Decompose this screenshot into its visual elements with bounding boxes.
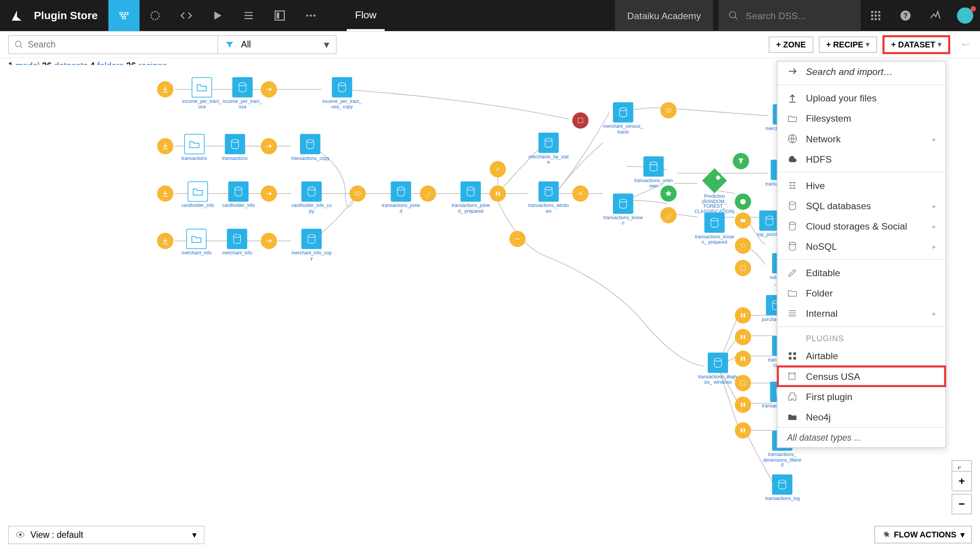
sql-dataset-icon[interactable] [613, 102, 633, 122]
folder-dataset-icon[interactable] [192, 77, 212, 98]
sql-dataset-icon[interactable] [613, 194, 633, 214]
sql-dataset-icon[interactable] [759, 210, 779, 231]
window-recipe-icon[interactable] [735, 397, 751, 413]
download-recipe-icon[interactable] [157, 81, 173, 97]
all-dataset-types-item[interactable]: All dataset types ... [777, 427, 946, 447]
cloud-storages-item[interactable]: Cloud storages & Social▸ [777, 216, 946, 236]
sql-dataset-icon[interactable] [704, 213, 725, 233]
hive-item[interactable]: Hive [777, 175, 946, 195]
prepare-recipe-icon[interactable] [420, 186, 436, 202]
folder-item[interactable]: Folder [777, 283, 946, 303]
sql-dataset-icon[interactable] [301, 181, 322, 202]
user-avatar[interactable] [950, 7, 980, 23]
apps-icon[interactable] [861, 10, 891, 22]
project-name[interactable]: Plugin Store [34, 10, 108, 22]
flow-nav-icon[interactable] [108, 0, 139, 31]
sql-dataset-icon[interactable] [227, 229, 247, 249]
join-recipe-icon[interactable] [350, 186, 366, 202]
sql-dataset-icon[interactable] [225, 134, 245, 154]
upload-files-item[interactable]: Upload your files [777, 88, 946, 108]
census-usa-plugin-item[interactable]: Census USA [777, 366, 946, 386]
join-recipe-icon[interactable] [660, 102, 676, 118]
group-recipe-icon[interactable] [735, 213, 751, 229]
sql-dataset-icon[interactable] [708, 353, 728, 373]
sync-recipe-icon[interactable] [261, 81, 277, 97]
train-recipe-icon[interactable] [735, 194, 751, 210]
download-recipe-icon[interactable] [157, 138, 173, 154]
score-recipe-icon[interactable] [660, 186, 676, 202]
pivot-recipe-icon[interactable] [735, 375, 751, 391]
more-nav-icon[interactable] [296, 0, 327, 31]
flow-actions-button[interactable]: FLOW ACTIONS ▾ [874, 526, 972, 544]
network-item[interactable]: Network▸ [777, 129, 946, 149]
dataiku-logo[interactable] [0, 9, 34, 22]
sql-dataset-icon[interactable] [228, 181, 248, 202]
flow-search-input[interactable] [8, 35, 218, 54]
activity-icon[interactable] [920, 10, 950, 22]
zoom-out-button[interactable]: − [952, 494, 972, 514]
add-recipe-button[interactable]: + RECIPE▾ [818, 36, 877, 52]
flow-tab[interactable]: Flow [347, 0, 384, 31]
model-icon[interactable]: ◆ [702, 168, 727, 193]
sync-recipe-icon[interactable] [261, 138, 277, 154]
jobs-nav-icon[interactable] [202, 0, 233, 31]
sql-dataset-icon[interactable] [773, 474, 793, 495]
window-recipe-icon[interactable] [735, 307, 751, 323]
download-recipe-icon[interactable] [157, 233, 173, 249]
sql-dataset-icon[interactable] [301, 229, 322, 249]
add-zone-button[interactable]: + ZONE [769, 36, 813, 52]
view-selector[interactable]: View : default ▾ [8, 526, 204, 544]
neo4j-plugin-item[interactable]: Neo4j [777, 407, 946, 427]
hdfs-item[interactable]: HDFS [777, 149, 946, 169]
sample-recipe-icon[interactable] [509, 231, 525, 247]
editable-item[interactable]: Editable [777, 262, 946, 283]
flow-filter-dropdown[interactable]: All ▾ [218, 35, 337, 54]
download-recipe-icon[interactable] [157, 186, 173, 202]
group-recipe-icon[interactable] [490, 161, 506, 177]
lab-nav-icon[interactable] [140, 0, 171, 31]
window-recipe-icon[interactable] [735, 350, 751, 366]
filesystem-item[interactable]: Filesystem [777, 108, 946, 129]
folder-dataset-icon[interactable] [184, 134, 204, 154]
svg-rect-60 [744, 428, 745, 433]
sql-dataset-icon[interactable] [538, 181, 559, 202]
sql-dataset-icon[interactable] [391, 181, 411, 202]
internal-item[interactable]: Internal▸ [777, 303, 946, 324]
prepare-recipe-icon[interactable] [660, 207, 676, 223]
collapse-panel-icon[interactable]: ← [960, 37, 972, 51]
sync-recipe-icon[interactable] [261, 186, 277, 202]
window-recipe-icon[interactable] [735, 329, 751, 345]
window-recipe-icon[interactable] [490, 186, 506, 202]
sql-dataset-icon[interactable] [300, 134, 320, 154]
help-icon[interactable]: ? [890, 10, 920, 22]
airtable-plugin-item[interactable]: Airtable [777, 346, 946, 366]
sql-dataset-icon[interactable] [332, 77, 352, 98]
code-nav-icon[interactable] [171, 0, 202, 31]
evaluate-recipe-icon[interactable] [733, 153, 749, 169]
svg-rect-8 [875, 11, 877, 13]
search-and-import-item[interactable]: Search and import… [777, 62, 946, 82]
academy-link[interactable]: Dataiku Academy [615, 0, 713, 31]
pivot-recipe-icon[interactable] [735, 260, 751, 276]
nosql-item[interactable]: NoSQL▸ [777, 236, 946, 256]
group-recipe-icon[interactable] [735, 238, 751, 254]
global-search[interactable]: Search DSS... [719, 0, 861, 31]
svg-point-20 [338, 83, 346, 86]
sync-recipe-icon[interactable] [261, 233, 277, 249]
folder-dataset-icon[interactable] [186, 229, 207, 249]
flow-search-field[interactable] [28, 39, 212, 50]
add-dataset-button[interactable]: + DATASET▾ [882, 35, 950, 54]
sql-dataset-icon[interactable] [232, 77, 253, 98]
version-nav-icon[interactable] [233, 0, 264, 31]
split-recipe-icon[interactable] [572, 186, 588, 202]
sql-dataset-icon[interactable] [461, 181, 481, 202]
dashboard-nav-icon[interactable] [264, 0, 295, 31]
zoom-in-button[interactable]: + [952, 471, 972, 491]
window-recipe-icon[interactable] [735, 422, 751, 438]
folder-dataset-icon[interactable] [188, 181, 208, 202]
first-plugin-item[interactable]: First plugin [777, 386, 946, 407]
sql-dataset-icon[interactable] [644, 156, 664, 177]
plugin-recipe-icon[interactable] [572, 112, 588, 129]
sql-dataset-icon[interactable] [538, 133, 559, 153]
sql-databases-item[interactable]: SQL databases▸ [777, 195, 946, 216]
